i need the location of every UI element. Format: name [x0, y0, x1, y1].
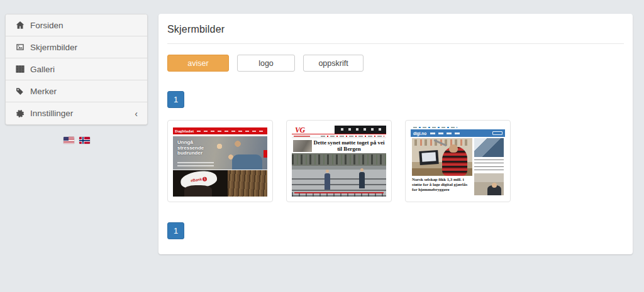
- dagbladet-nav-placeholder: [197, 131, 265, 132]
- vg-headline-row: Dette synet møtte toget på vei til Berge…: [292, 139, 386, 153]
- utility-links-placeholder: [413, 127, 457, 128]
- dagbladet-headline: Unngå stressende budrunder: [177, 140, 216, 156]
- sidebar-item-label: Forsiden: [30, 21, 64, 30]
- digi-side-column: [474, 138, 504, 195]
- digi-lead-photo: [412, 138, 472, 176]
- home-icon: [15, 21, 25, 30]
- filter-button-oppskrift[interactable]: oppskrift: [303, 55, 364, 72]
- screenshot-grid: Dagbladet Unngå stressende budrunder eBa…: [167, 120, 624, 202]
- digi-masthead-bar: digi.no: [411, 129, 505, 137]
- building-windows: [292, 154, 386, 165]
- screenshot-thumbnail-dagbladet[interactable]: Dagbladet Unngå stressende budrunder eBa…: [167, 120, 273, 202]
- screenshot-thumbnail-digi[interactable]: digi.no Norsk selskap fikk: [405, 120, 511, 202]
- digi-login-button-placeholder: [492, 131, 502, 135]
- digi-screenshot: digi.no Norsk selskap fikk: [411, 126, 505, 197]
- photo-figure-right: [359, 172, 365, 188]
- digi-logo: digi.no: [413, 131, 426, 136]
- title-divider: [167, 43, 624, 44]
- sidebar-item-label: Skjermbilder: [30, 43, 77, 52]
- sidebar-item-skjermbilder[interactable]: Skjermbilder: [6, 36, 147, 58]
- language-norwegian-flag-icon[interactable]: [79, 137, 90, 144]
- filter-button-logo[interactable]: logo: [237, 55, 295, 72]
- vg-nav-items-placeholder: [321, 136, 384, 137]
- vg-screenshot: VG Dette synet møtte toget på vei til Be…: [292, 126, 386, 197]
- sidebar-item-merker[interactable]: Merker: [6, 80, 147, 102]
- vg-masthead-bar: VG: [292, 126, 386, 134]
- sidebar-item-label: Galleri: [30, 65, 55, 74]
- side-story-photo-portrait: [474, 173, 504, 195]
- chevron-left-icon: ‹: [135, 109, 138, 118]
- page-1-button[interactable]: 1: [167, 222, 184, 239]
- sidebar-item-forsiden[interactable]: Forsiden: [6, 14, 147, 36]
- tag-filter-buttons: aviser logo oppskrift: [167, 55, 624, 72]
- vg-lead-photo: [292, 153, 386, 197]
- side-story-photo-building: [474, 138, 504, 157]
- photo-figure: [232, 154, 262, 170]
- vg-nav-left-placeholder: [294, 136, 310, 137]
- digi-nav-placeholder: [430, 132, 463, 134]
- weather-widgets-placeholder: [341, 128, 383, 131]
- dagbladet-logo: Dagbladet: [175, 129, 194, 133]
- dagbladet-masthead-bar: Dagbladet: [173, 127, 267, 134]
- side-story-text-placeholder: [474, 158, 504, 172]
- vg-nav-strip: [292, 134, 386, 138]
- grid-icon: [15, 65, 25, 74]
- screenshot-thumbnail-vg[interactable]: VG Dette synet møtte toget på vei til Be…: [286, 120, 392, 202]
- filter-button-aviser[interactable]: aviser: [167, 55, 229, 72]
- laptop: [419, 150, 438, 165]
- sidebar-item-label: Merker: [30, 87, 57, 96]
- digi-headline: Norsk selskap fikk 1,3 mill. i støtte fo…: [412, 177, 472, 192]
- content-card: Skjermbilder aviser logo oppskrift 1 Dag…: [158, 14, 633, 254]
- photo-figure-left: [325, 173, 330, 190]
- vg-headline: Dette synet møtte toget på vei til Berge…: [312, 140, 386, 152]
- sidebar-item-label: Innstillinger: [30, 109, 73, 118]
- page: Forsiden Skjermbilder Galleri Merker: [0, 0, 644, 292]
- digi-content: Norsk selskap fikk 1,3 mill. i støtte fo…: [411, 137, 505, 197]
- tag-icon: [15, 87, 25, 96]
- sidebar-item-galleri[interactable]: Galleri: [6, 58, 147, 80]
- digi-lead-story: Norsk selskap fikk 1,3 mill. i støtte fo…: [412, 138, 472, 195]
- gear-icon: [15, 109, 25, 118]
- page-1-button[interactable]: 1: [167, 91, 184, 108]
- sidebar-menu: Forsiden Skjermbilder Galleri Merker: [5, 14, 148, 125]
- image-icon: [15, 43, 25, 52]
- dagbladet-screenshot: Dagbladet Unngå stressende budrunder eBa…: [173, 126, 267, 197]
- red-tab: [264, 150, 267, 158]
- dagbladet-second-photo: eBank1: [173, 170, 267, 197]
- vg-inset-photo: [293, 140, 312, 152]
- cap-brand-text: eBank: [191, 177, 203, 182]
- vg-topbar-black: [335, 126, 387, 134]
- wood-texture: [228, 170, 267, 197]
- sidebar: Forsiden Skjermbilder Galleri Merker: [5, 14, 148, 144]
- skier-face: [184, 185, 212, 197]
- page-title: Skjermbilder: [167, 24, 624, 35]
- cap-badge: 1: [202, 176, 207, 181]
- language-us-flag-icon[interactable]: [64, 137, 74, 144]
- dagbladet-lead-photo: Unngå stressende budrunder: [173, 136, 267, 170]
- pagination-top: 1: [167, 91, 624, 108]
- dagbladet-subtext-placeholder: [177, 161, 214, 167]
- pagination-bottom: 1: [167, 222, 624, 239]
- red-ground-line: [294, 192, 384, 193]
- language-switcher: [5, 137, 148, 144]
- sidebar-item-innstillinger[interactable]: Innstillinger ‹: [6, 102, 147, 124]
- plaid-shirt-figure: [442, 147, 467, 176]
